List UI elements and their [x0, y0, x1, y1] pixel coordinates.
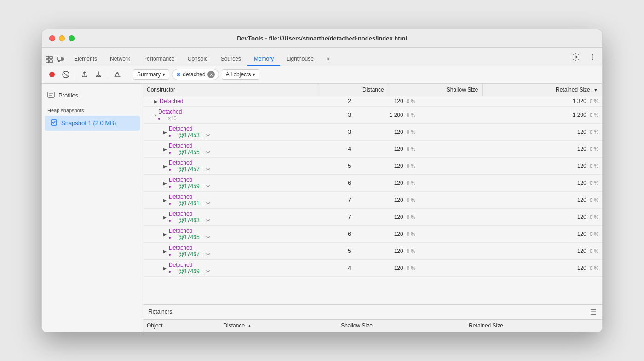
table-row[interactable]: ▶ Detached @17455 □✂ 4 120 0 % 120 0 %	[143, 141, 602, 158]
table-row[interactable]: ▶ Detached @17461 □✂ 7 120 0 % 120 0 %	[143, 192, 602, 209]
clear-button[interactable]	[59, 68, 72, 81]
retainers-distance-header: Distance ▲	[219, 320, 337, 332]
download-button[interactable]	[92, 68, 105, 81]
tab-bar-actions	[570, 51, 598, 66]
table-row[interactable]: ▶ Detached @17469 □✂ 4 120 0 % 120 0 %	[143, 260, 602, 277]
close-button[interactable]	[49, 35, 55, 41]
table-row[interactable]: ▶ Detached 2 120 0 % 1 320 0 %	[143, 96, 602, 107]
objects-label: All objects	[226, 71, 251, 78]
filter-label: detached	[183, 71, 205, 78]
distance-cell: 3	[318, 124, 355, 141]
shallow-cell: 120 0 %	[355, 260, 419, 277]
retainers-header: Retainers ☰	[143, 305, 602, 320]
tab-lighthouse[interactable]: Lighthouse	[280, 53, 320, 66]
expand-arrow-icon[interactable]: ▶	[163, 130, 167, 135]
record-button[interactable]	[46, 68, 58, 81]
retainers-section: Retainers ☰ Object Distance ▲	[143, 304, 602, 332]
traffic-lights	[49, 35, 75, 41]
constructor-cell: ▶ Detached @17469 □✂	[143, 260, 318, 277]
svg-point-9	[592, 54, 593, 55]
retained-cell: 1 200 0 %	[419, 107, 602, 124]
expand-arrow-icon[interactable]: ▾	[154, 113, 156, 118]
tab-sources[interactable]: Sources	[214, 53, 247, 66]
shallow-cell: 120 0 %	[355, 96, 419, 107]
constructor-cell: ▶ Detached	[143, 96, 318, 107]
expand-arrow-icon[interactable]: ▶	[163, 215, 167, 220]
retained-cell: 120 0 %	[419, 243, 602, 260]
retained-size-header[interactable]: Retained Size ▼	[482, 84, 602, 96]
table-row[interactable]: ▶ Detached @17467 □✂ 5 120 0 % 120 0 %	[143, 243, 602, 260]
shallow-cell: 120 0 %	[355, 209, 419, 226]
more-icon[interactable]	[586, 51, 598, 63]
heap-data-table: ▶ Detached 2 120 0 % 1 320 0 % ▾ Detache…	[143, 96, 602, 277]
constructor-cell: ▶ Detached @17457 □✂	[143, 158, 318, 175]
svg-rect-1	[50, 56, 52, 59]
constructor-cell: ▶ Detached @17461 □✂	[143, 192, 318, 209]
filter-clear-button[interactable]: ✕	[207, 71, 215, 78]
constructor-cell: ▶ Detached @17465 □✂	[143, 226, 318, 243]
expand-arrow-icon[interactable]: ▶	[163, 147, 167, 152]
summary-dropdown[interactable]: Summary ▾	[133, 69, 169, 80]
table-row[interactable]: ▶ Detached @17453 □✂ 3 120 0 % 120 0 %	[143, 124, 602, 141]
heap-table-container: Constructor Distance Shallow Size Retain…	[143, 84, 602, 304]
tab-performance[interactable]: Performance	[137, 53, 181, 66]
sidebar-section-title: Heap snapshots	[42, 106, 143, 116]
minimize-button[interactable]	[59, 35, 65, 41]
upload-button[interactable]	[78, 68, 91, 81]
table-row[interactable]: ▶ Detached @17459 □✂ 6 120 0 % 120 0 %	[143, 175, 602, 192]
profiles-label: Profiles	[58, 92, 78, 99]
expand-arrow-icon[interactable]: ▶	[163, 181, 167, 186]
tab-console[interactable]: Console	[181, 53, 214, 66]
tab-memory[interactable]: Memory	[247, 53, 280, 66]
table-row[interactable]: ▶ Detached @17463 □✂ 7 120 0 % 120 0 %	[143, 209, 602, 226]
toolbar-filters: Summary ▾ ⊕ detached ✕ All objects ▾	[133, 69, 598, 80]
constructor-cell: ▶ Detached @17453 □✂	[143, 124, 318, 141]
expand-arrow-icon[interactable]: ▶	[163, 232, 167, 237]
dist-sort-icon: ▲	[247, 323, 252, 328]
retainers-menu-icon[interactable]: ☰	[590, 308, 597, 316]
dropdown-arrow-icon: ▾	[162, 71, 165, 78]
svg-rect-5	[62, 58, 63, 60]
constructor-cell: ▶ Detached @17463 □✂	[143, 209, 318, 226]
retained-cell: 120 0 %	[419, 260, 602, 277]
expand-arrow-icon[interactable]: ▶	[163, 266, 167, 271]
distance-cell: 7	[318, 192, 355, 209]
expand-arrow-icon[interactable]: ▶	[163, 198, 167, 203]
expand-arrow-icon[interactable]: ▶	[163, 249, 167, 254]
table-row[interactable]: ▶ Detached @17465 □✂ 6 120 0 % 120 0 %	[143, 226, 602, 243]
inspect-icon[interactable]	[46, 56, 53, 63]
expand-arrow-icon[interactable]: ▶	[163, 164, 167, 169]
tab-network[interactable]: Network	[104, 53, 137, 66]
tab-elements[interactable]: Elements	[68, 53, 104, 66]
svg-line-14	[64, 73, 68, 76]
tab-bar: Elements Network Performance Console Sou…	[42, 48, 602, 66]
table-row[interactable]: ▾ Detached ×10 3 1 200 0 % 1 200 0 %	[143, 107, 602, 124]
table-scroll-area[interactable]: ▶ Detached 2 120 0 % 1 320 0 % ▾ Detache…	[143, 96, 602, 304]
sidebar-item-snapshot1[interactable]: Snapshot 1 (2.0 MB)	[45, 116, 140, 131]
shallow-cell: 1 200 0 %	[355, 107, 419, 124]
maximize-button[interactable]	[69, 35, 75, 41]
objects-dropdown[interactable]: All objects ▾	[222, 69, 260, 80]
snapshot-label: Snapshot 1 (2.0 MB)	[61, 120, 116, 126]
main-area: Profiles Heap snapshots Snapshot 1 (2.0 …	[42, 84, 602, 332]
distance-cell: 6	[318, 226, 355, 243]
tab-bar-icons	[46, 56, 64, 66]
table-row[interactable]: ▶ Detached @17457 □✂ 5 120 0 % 120 0 %	[143, 158, 602, 175]
expand-arrow-icon[interactable]: ▶	[154, 99, 158, 104]
device-icon[interactable]	[57, 56, 64, 63]
shallow-cell: 120 0 %	[355, 226, 419, 243]
retainers-object-header: Object	[143, 320, 219, 332]
svg-point-12	[49, 72, 55, 77]
cleanup-button[interactable]	[111, 68, 124, 81]
tab-more[interactable]: »	[320, 53, 336, 66]
shallow-cell: 120 0 %	[355, 158, 419, 175]
settings-icon[interactable]	[570, 51, 582, 63]
memory-toolbar: Summary ▾ ⊕ detached ✕ All objects ▾	[42, 66, 602, 84]
retainers-retained-header: Retained Size	[465, 320, 602, 332]
retained-cell: 120 0 %	[419, 124, 602, 141]
sidebar: Profiles Heap snapshots Snapshot 1 (2.0 …	[42, 84, 143, 332]
constructor-cell: ▶ Detached @17467 □✂	[143, 243, 318, 260]
distance-cell: 6	[318, 175, 355, 192]
filter-chip: ⊕ detached ✕	[172, 69, 218, 80]
distance-cell: 2	[318, 96, 355, 107]
